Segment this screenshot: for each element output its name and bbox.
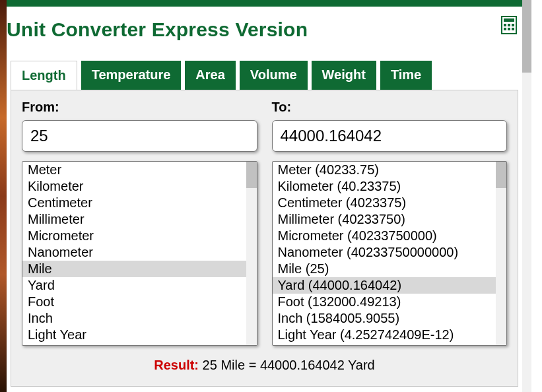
tab-area[interactable]: Area bbox=[185, 61, 235, 90]
to-unit-option[interactable]: Micrometer (40233750000) bbox=[273, 228, 507, 244]
tab-volume[interactable]: Volume bbox=[240, 61, 308, 90]
to-unit-list[interactable]: Meter (40233.75)Kilometer (40.23375)Cent… bbox=[272, 161, 508, 346]
to-unit-option[interactable]: Millimeter (40233750) bbox=[273, 211, 507, 228]
calculator-icon[interactable] bbox=[501, 16, 517, 34]
svg-rect-5 bbox=[504, 28, 506, 30]
to-unit-option[interactable]: Centimeter (4023375) bbox=[273, 195, 507, 211]
from-unit-option[interactable]: Meter bbox=[22, 162, 257, 178]
to-unit-option[interactable]: Kilometer (40.23375) bbox=[273, 178, 507, 195]
to-unit-option[interactable]: Light Year (4.252742409E-12) bbox=[273, 327, 507, 343]
to-unit-scrollbar[interactable] bbox=[496, 162, 506, 345]
to-input[interactable] bbox=[272, 120, 508, 152]
svg-rect-6 bbox=[508, 28, 510, 30]
svg-rect-3 bbox=[508, 24, 510, 26]
page-scrollbar[interactable] bbox=[522, 0, 531, 392]
tab-time[interactable]: Time bbox=[380, 61, 432, 90]
result-text: 25 Mile = 44000.164042 Yard bbox=[203, 358, 375, 372]
page-title: Unit Converter Express Version bbox=[7, 18, 522, 41]
background-left-strip bbox=[0, 0, 7, 392]
tab-temperature[interactable]: Temperature bbox=[81, 61, 182, 90]
background-right-strip bbox=[533, 0, 542, 392]
from-unit-scrollbar[interactable] bbox=[246, 162, 257, 345]
to-unit-option[interactable]: Foot (132000.49213) bbox=[273, 294, 507, 310]
tabs-bar: LengthTemperatureAreaVolumeWeightTime bbox=[7, 61, 522, 90]
converter-panel: From: MeterKilometerCentimeterMillimeter… bbox=[11, 90, 518, 387]
from-unit-option[interactable]: Micrometer bbox=[22, 228, 257, 244]
from-unit-option[interactable]: Centimeter bbox=[22, 195, 257, 211]
from-unit-list[interactable]: MeterKilometerCentimeterMillimeterMicrom… bbox=[22, 161, 257, 346]
to-label: To: bbox=[272, 100, 508, 115]
from-unit-option[interactable]: Mile bbox=[22, 261, 257, 277]
to-unit-option[interactable]: Meter (40233.75) bbox=[273, 162, 507, 178]
to-unit-option[interactable]: Mile (25) bbox=[273, 261, 507, 277]
result-line: Result: 25 Mile = 44000.164042 Yard bbox=[22, 358, 507, 373]
to-unit-option[interactable]: Yard (44000.164042) bbox=[273, 277, 507, 294]
from-column: From: MeterKilometerCentimeterMillimeter… bbox=[22, 98, 257, 346]
from-unit-option[interactable]: Inch bbox=[22, 310, 257, 327]
to-unit-option[interactable]: Inch (1584005.9055) bbox=[273, 310, 507, 327]
scroll-thumb[interactable] bbox=[496, 162, 506, 188]
tab-weight[interactable]: Weight bbox=[312, 61, 376, 90]
from-unit-option[interactable]: Kilometer bbox=[22, 178, 257, 195]
to-unit-option[interactable]: Nanometer (40233750000000) bbox=[273, 244, 507, 261]
svg-rect-4 bbox=[512, 24, 514, 26]
from-unit-option[interactable]: Millimeter bbox=[22, 211, 257, 228]
from-unit-option[interactable]: Nanometer bbox=[22, 244, 257, 261]
from-label: From: bbox=[22, 100, 257, 115]
result-label: Result: bbox=[154, 358, 199, 372]
svg-rect-2 bbox=[504, 24, 506, 26]
page-scrollbar-thumb[interactable] bbox=[522, 0, 531, 73]
from-unit-option[interactable]: Light Year bbox=[22, 327, 257, 343]
from-unit-option[interactable]: Yard bbox=[22, 277, 257, 294]
from-unit-option[interactable]: Foot bbox=[22, 294, 257, 310]
to-column: To: Meter (40233.75)Kilometer (40.23375)… bbox=[272, 98, 508, 346]
content-area: Unit Converter Express Version LengthTem… bbox=[7, 0, 522, 392]
svg-rect-1 bbox=[504, 18, 514, 22]
svg-rect-7 bbox=[512, 28, 514, 30]
from-input[interactable] bbox=[22, 120, 257, 152]
top-green-bar bbox=[7, 0, 522, 7]
scroll-thumb[interactable] bbox=[246, 162, 257, 188]
tab-length[interactable]: Length bbox=[11, 61, 77, 90]
